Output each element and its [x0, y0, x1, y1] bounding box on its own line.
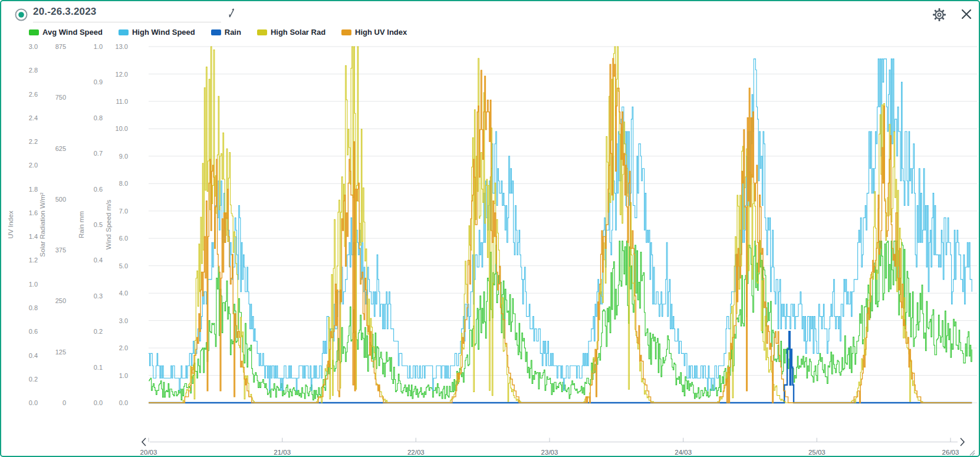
y-tick-rain: 0.3 — [94, 292, 103, 300]
y-tick-rain: 0.9 — [94, 78, 103, 86]
y-tick-wind: 3.0 — [119, 317, 128, 324]
y-tick-rain: 0.0 — [94, 399, 103, 406]
y-tick-rain: 1.0 — [94, 43, 103, 50]
y-tick-wind: 1.0 — [119, 372, 128, 379]
y-tick-rain: 0.4 — [94, 257, 103, 264]
y-tick-uv: 0.0 — [29, 399, 38, 406]
y-tick-wind: 12.0 — [116, 71, 128, 78]
y-axis-title-rain: Rain mm — [78, 211, 85, 238]
y-tick-solar: 125 — [55, 348, 66, 356]
y-axis-title-uv: UV Index — [7, 211, 14, 239]
resize-grip-icon[interactable] — [970, 451, 975, 455]
y-tick-uv: 2.6 — [29, 91, 38, 98]
y-tick-uv: 3.0 — [29, 43, 38, 50]
series-path-high-wind-speed — [149, 59, 972, 390]
y-tick-solar: 500 — [55, 196, 66, 203]
y-tick-wind: 10.0 — [116, 125, 128, 132]
y-tick-rain: 0.8 — [94, 114, 103, 121]
y-tick-solar: 250 — [55, 297, 66, 304]
y-tick-wind: 9.0 — [119, 153, 128, 160]
y-tick-wind: 4.0 — [119, 290, 128, 297]
y-tick-wind: 2.0 — [119, 344, 128, 351]
x-tick-label: 24/03 — [675, 449, 692, 456]
y-tick-solar: 875 — [55, 43, 66, 50]
y-tick-uv: 0.6 — [29, 328, 38, 335]
y-tick-rain: 0.2 — [94, 328, 103, 335]
x-tick-label: 21/03 — [274, 449, 291, 456]
x-tick-label: 22/03 — [407, 449, 425, 456]
y-tick-wind: 0.0 — [119, 399, 128, 406]
y-tick-uv: 0.4 — [29, 352, 38, 359]
y-tick-rain: 0.1 — [94, 364, 103, 371]
y-tick-solar: 0 — [63, 399, 66, 406]
chart-plot-area[interactable]: 3.02.82.62.42.22.01.81.61.41.21.00.80.60… — [1, 1, 980, 457]
y-tick-solar: 375 — [55, 246, 66, 254]
y-tick-uv: 2.4 — [29, 114, 38, 121]
y-tick-wind: 5.0 — [119, 262, 128, 269]
x-tick-label: 25/03 — [808, 449, 826, 456]
y-tick-wind: 8.0 — [119, 180, 128, 187]
y-axis-title-solar: Solar Radiation W/m² — [39, 192, 46, 257]
y-tick-uv: 1.0 — [29, 281, 38, 288]
y-tick-uv: 1.4 — [29, 233, 38, 240]
x-tick-label: 26/03 — [942, 449, 959, 456]
y-axis-title-wind: Wind Speed m/s — [105, 200, 112, 250]
y-tick-rain: 0.6 — [94, 186, 103, 193]
y-tick-wind: 7.0 — [119, 208, 128, 215]
y-tick-uv: 0.8 — [29, 304, 38, 311]
y-tick-rain: 0.7 — [94, 150, 103, 157]
y-tick-uv: 0.2 — [29, 376, 38, 383]
left-chevron-icon[interactable] — [142, 438, 146, 446]
x-tick-label: 20/03 — [140, 449, 157, 456]
y-tick-wind: 13.0 — [116, 43, 128, 50]
x-tick-label: 23/03 — [541, 449, 558, 456]
y-tick-wind: 6.0 — [119, 235, 128, 242]
y-tick-uv: 1.2 — [29, 257, 38, 264]
y-tick-uv: 2.8 — [29, 67, 38, 74]
y-tick-rain: 0.5 — [94, 221, 103, 228]
y-tick-uv: 1.8 — [29, 186, 38, 193]
y-tick-uv: 1.6 — [29, 209, 38, 216]
y-tick-solar: 625 — [55, 145, 66, 152]
y-tick-wind: 11.0 — [116, 98, 128, 105]
y-tick-uv: 2.2 — [29, 138, 38, 145]
right-chevron-icon[interactable] — [961, 438, 964, 446]
weather-chart-window: 20.-26.3.2023 Avg Wind SpeedHigh Wind Sp… — [0, 0, 980, 457]
y-tick-solar: 750 — [55, 94, 66, 101]
y-tick-uv: 2.0 — [29, 162, 38, 169]
